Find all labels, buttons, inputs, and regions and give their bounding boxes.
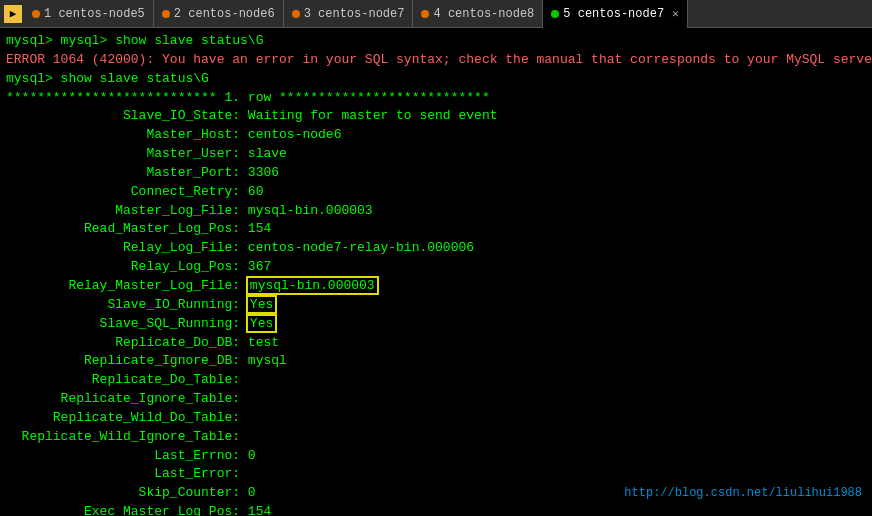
row-slave-sql-running: Slave_SQL_Running: Yes [6,315,866,334]
tab-dot-2 [162,10,170,18]
row-replicate-ignore-table: Replicate_Ignore_Table: [6,390,866,409]
tab-4[interactable]: 4 centos-node8 [413,0,543,28]
watermark: http://blog.csdn.net/liulihui1988 [624,486,862,500]
line-prompt1: mysql> mysql> show slave status\G [6,32,866,51]
tab-1[interactable]: 1 centos-node5 [24,0,154,28]
row-slave-io-state: Slave_IO_State: Waiting for master to se… [6,107,866,126]
app-icon: ▶ [4,5,22,23]
row-replicate-ignore-db: Replicate_Ignore_DB: mysql [6,352,866,371]
tab-label-4: 4 centos-node8 [433,7,534,21]
tab-close-5[interactable]: ✕ [672,7,679,20]
row-master-port: Master_Port: 3306 [6,164,866,183]
line-separator: *************************** 1. row *****… [6,89,866,108]
tab-3[interactable]: 3 centos-node7 [284,0,414,28]
tab-dot-5 [551,10,559,18]
row-replicate-do-table: Replicate_Do_Table: [6,371,866,390]
tab-dot-1 [32,10,40,18]
tab-label-2: 2 centos-node6 [174,7,275,21]
row-replicate-wild-ignore-table: Replicate_Wild_Ignore_Table: [6,428,866,447]
tab-5[interactable]: 5 centos-node7 ✕ [543,0,687,28]
row-exec-master-log-pos: Exec_Master_Log_Pos: 154 [6,503,866,516]
row-relay-log-pos: Relay_Log_Pos: 367 [6,258,866,277]
line-prompt2: mysql> show slave status\G [6,70,866,89]
row-relay-master-log-file: Relay_Master_Log_File: mysql-bin.000003 [6,277,866,296]
row-read-master-log-pos: Read_Master_Log_Pos: 154 [6,220,866,239]
row-connect-retry: Connect_Retry: 60 [6,183,866,202]
tab-dot-3 [292,10,300,18]
tab-label-3: 3 centos-node7 [304,7,405,21]
row-last-error: Last_Error: [6,465,866,484]
row-master-log-file: Master_Log_File: mysql-bin.000003 [6,202,866,221]
tab-label-1: 1 centos-node5 [44,7,145,21]
row-master-user: Master_User: slave [6,145,866,164]
line-error: ERROR 1064 (42000): You have an error in… [6,51,866,70]
tab-bar: ▶ 1 centos-node5 2 centos-node6 3 centos… [0,0,872,28]
tab-2[interactable]: 2 centos-node6 [154,0,284,28]
terminal: mysql> mysql> show slave status\G ERROR … [0,28,872,516]
row-relay-log-file: Relay_Log_File: centos-node7-relay-bin.0… [6,239,866,258]
tab-label-5: 5 centos-node7 [563,7,664,21]
row-replicate-wild-do-table: Replicate_Wild_Do_Table: [6,409,866,428]
row-slave-io-running: Slave_IO_Running: Yes [6,296,866,315]
row-replicate-do-db: Replicate_Do_DB: test [6,334,866,353]
row-last-errno: Last_Errno: 0 [6,447,866,466]
row-master-host: Master_Host: centos-node6 [6,126,866,145]
tab-dot-4 [421,10,429,18]
